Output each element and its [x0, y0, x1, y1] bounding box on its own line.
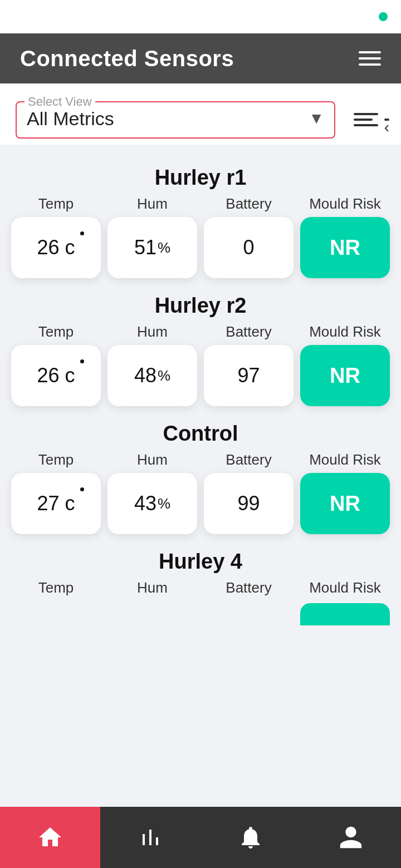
hum-card-2: 43%: [107, 473, 197, 534]
battery-col-3: Battery: [204, 579, 294, 601]
degree-dot-2: [80, 487, 84, 491]
view-select-wrapper[interactable]: Select View All Metrics ▼: [16, 101, 335, 139]
status-bar: [0, 0, 401, 33]
mould-label-3: Mould Risk: [309, 579, 381, 596]
main-content: Hurley r1 Temp 26 c Hum 51% Battery 0: [0, 145, 401, 698]
mould-col-1: Mould Risk NR: [300, 323, 390, 406]
battery-card-0: 0: [204, 217, 294, 278]
hum-card-1: 48%: [107, 345, 197, 406]
mould-label-1: Mould Risk: [309, 323, 381, 341]
sensor-name-0: Hurley r1: [11, 166, 390, 190]
mould-card-0: NR: [300, 217, 390, 278]
profile-icon: [338, 824, 364, 851]
battery-label-2: Battery: [226, 451, 271, 468]
status-dot: [379, 12, 388, 21]
hum-col-2: Hum 43%: [107, 451, 197, 534]
nav-profile[interactable]: [301, 807, 401, 868]
temp-label-1: Temp: [38, 323, 74, 341]
temp-label-2: Temp: [38, 451, 74, 468]
temp-card-2: 27 c: [11, 473, 101, 534]
bell-icon: [237, 824, 264, 851]
temp-card-0: 26 c: [11, 217, 101, 278]
app-header: Connected Sensors: [0, 33, 401, 83]
filter-icon-button[interactable]: ‹: [346, 100, 385, 139]
temp-card-1: 26 c: [11, 345, 101, 406]
degree-dot-1: [80, 359, 84, 363]
metrics-row-0: Temp 26 c Hum 51% Battery 0 Mould Risk: [11, 195, 390, 278]
battery-col-0: Battery 0: [204, 195, 294, 278]
sensor-section-1: Hurley r2 Temp 26 c Hum 48% Battery 97: [11, 294, 390, 406]
view-selector-row: Select View All Metrics ▼ ‹: [0, 83, 401, 145]
sensor-section-2: Control Temp 27 c Hum 43% Battery 99: [11, 422, 390, 534]
temp-label-0: Temp: [38, 195, 74, 213]
mould-col-3: Mould Risk: [300, 579, 390, 625]
sensor-section-0: Hurley r1 Temp 26 c Hum 51% Battery 0: [11, 166, 390, 278]
battery-label-1: Battery: [226, 323, 271, 341]
nav-stats[interactable]: [100, 807, 200, 868]
mould-col-0: Mould Risk NR: [300, 195, 390, 278]
hum-col-0: Hum 51%: [107, 195, 197, 278]
menu-icon[interactable]: [359, 51, 381, 66]
temp-col-3: Temp: [11, 579, 101, 601]
home-icon: [37, 824, 63, 851]
hum-label-0: Hum: [137, 195, 168, 213]
sensor-name-2: Control: [11, 422, 390, 446]
temp-col-1: Temp 26 c: [11, 323, 101, 406]
hum-col-3: Hum: [107, 579, 197, 601]
page-title: Connected Sensors: [20, 46, 234, 71]
sensor-name-1: Hurley r2: [11, 294, 390, 318]
battery-label-0: Battery: [226, 195, 271, 213]
temp-col-0: Temp 26 c: [11, 195, 101, 278]
filter-chevron-icon: ‹: [384, 119, 389, 121]
metrics-row-1: Temp 26 c Hum 48% Battery 97 Mould Risk: [11, 323, 390, 406]
mould-col-2: Mould Risk NR: [300, 451, 390, 534]
hum-label-2: Hum: [137, 451, 168, 468]
battery-col-1: Battery 97: [204, 323, 294, 406]
chevron-down-icon: ▼: [309, 110, 324, 127]
bottom-nav: [0, 807, 401, 868]
temp-label-3: Temp: [38, 579, 74, 596]
metrics-row-2: Temp 27 c Hum 43% Battery 99 Mould Risk: [11, 451, 390, 534]
battery-col-2: Battery 99: [204, 451, 294, 534]
metrics-row-3: Temp Hum Battery Mould Risk: [11, 579, 390, 625]
hum-label-3: Hum: [137, 579, 168, 596]
hum-label-1: Hum: [137, 323, 168, 341]
degree-dot-0: [80, 231, 84, 235]
mould-card-1: NR: [300, 345, 390, 406]
chart-icon: [137, 824, 164, 851]
select-value[interactable]: All Metrics ▼: [27, 108, 324, 130]
battery-card-1: 97: [204, 345, 294, 406]
nav-home[interactable]: [0, 807, 100, 868]
sensor-name-3: Hurley 4: [11, 550, 390, 574]
mould-label-0: Mould Risk: [309, 195, 381, 213]
temp-col-2: Temp 27 c: [11, 451, 101, 534]
mould-label-2: Mould Risk: [309, 451, 381, 468]
sensor-section-3: Hurley 4 Temp Hum Battery Mould Risk: [11, 550, 390, 625]
nav-alerts[interactable]: [200, 807, 301, 868]
mould-card-2: NR: [300, 473, 390, 534]
battery-card-2: 99: [204, 473, 294, 534]
select-view-label: Select View: [25, 95, 95, 109]
hum-col-1: Hum 48%: [107, 323, 197, 406]
hum-card-0: 51%: [107, 217, 197, 278]
battery-label-3: Battery: [226, 579, 271, 596]
